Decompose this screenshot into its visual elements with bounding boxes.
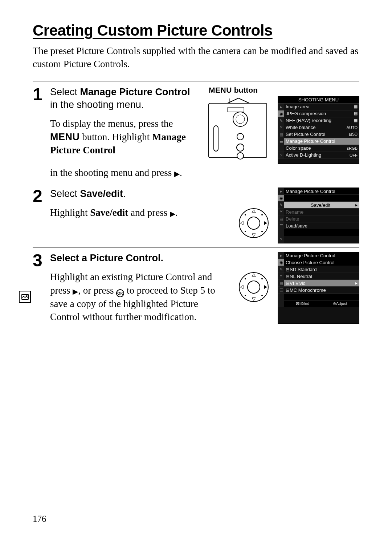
ok-button-icon: OK xyxy=(116,289,124,297)
step-number: 1 xyxy=(33,86,45,179)
svg-point-28 xyxy=(261,295,263,296)
divider xyxy=(33,247,359,247)
svg-point-25 xyxy=(245,278,246,279)
camera-illustration xyxy=(206,97,271,164)
lcd-row: Set Picture Control⊟SD xyxy=(284,131,359,138)
lcd-row: Save/edit▸ xyxy=(284,202,359,209)
lcd-row: Active D-LightingOFF xyxy=(284,152,359,159)
lcd-row: Color spacesRGB xyxy=(284,145,359,152)
svg-point-10 xyxy=(248,217,260,229)
step-note-cont: in the shooting menu and press ▶. xyxy=(50,166,359,179)
lcd-row: Load/save xyxy=(284,222,359,229)
lcd3-rows: ⊟SD Standard⊟NL Neutral⊟VI Vivid▸⊟MC Mon… xyxy=(284,266,359,294)
right-triangle-icon: ▶ xyxy=(73,287,78,297)
lcd-row: ⊟VI Vivid▸ xyxy=(284,280,359,287)
svg-point-26 xyxy=(261,278,263,279)
lcd-row: Delete xyxy=(284,215,359,222)
menu-button-callout: MENU button xyxy=(206,86,258,94)
svg-rect-1 xyxy=(228,108,244,112)
svg-point-18 xyxy=(261,231,263,232)
page-number: 176 xyxy=(33,514,46,524)
svg-point-30 xyxy=(26,295,27,296)
section-tab-icon xyxy=(19,291,31,303)
right-triangle-icon: ▶ xyxy=(170,209,175,219)
step-note-partial: To display the menus, press the MENU but… xyxy=(50,117,199,157)
multiselector-illustration xyxy=(237,206,271,241)
lcd-tab-icons: ▸◉✎Y▤☰? xyxy=(278,188,284,243)
svg-point-6 xyxy=(237,153,244,159)
intro-paragraph: The preset Picture Controls supplied wit… xyxy=(33,44,359,71)
svg-point-16 xyxy=(261,214,263,215)
svg-point-15 xyxy=(245,214,246,215)
lcd-title: SHOOTING MENU xyxy=(278,96,359,104)
step-1: 1 Select Manage Picture Control in the s… xyxy=(33,86,359,179)
right-triangle-icon: ▶ xyxy=(174,169,180,179)
step-note: Highlight an existing Picture Control an… xyxy=(50,270,230,323)
lcd-row: JPEG compression▤ xyxy=(284,110,359,117)
lcd-manage-picture-control: ▸◉✎Y▤☰? Manage Picture Control Save/edit… xyxy=(278,188,359,243)
step-number: 2 xyxy=(33,188,45,243)
multiselector-illustration xyxy=(237,270,271,305)
lcd-row: ⊟NL Neutral xyxy=(284,273,359,280)
step-2: 2 Select Save/edit. Highlight Save/edit … xyxy=(33,188,359,243)
svg-point-27 xyxy=(245,295,246,296)
step-heading: Select Manage Picture Control in the sho… xyxy=(50,86,199,111)
svg-rect-7 xyxy=(214,126,218,151)
lcd-shooting-menu: SHOOTING MENU ▸◉✎Y▤☰? Image area▦JPEG co… xyxy=(278,96,359,164)
divider xyxy=(33,81,359,81)
svg-point-3 xyxy=(236,115,245,124)
svg-point-17 xyxy=(245,231,246,232)
divider xyxy=(33,183,359,183)
step-note: Highlight Save/edit and press ▶. xyxy=(50,206,230,219)
step-heading: Select a Picture Control. xyxy=(50,252,230,265)
step-3: 3 Select a Picture Control. Highlight an… xyxy=(33,252,359,323)
lcd-choose-picture-control: ▸◉✎Y▤☰ Manage Picture Control Choose Pic… xyxy=(278,252,359,323)
step-number: 3 xyxy=(33,252,45,323)
lcd-row: Rename xyxy=(284,209,359,215)
step-heading: Select Save/edit. xyxy=(50,188,230,200)
lcd-tab-icons: ▸◉✎Y▤☰ xyxy=(278,252,284,307)
page-title: Creating Custom Picture Controls xyxy=(33,22,359,39)
lcd-row: NEF (RAW) recording▦ xyxy=(284,117,359,124)
lcd-row: White balanceAUTO xyxy=(284,124,359,131)
lcd2-rows: Save/edit▸RenameDeleteLoad/save xyxy=(284,202,359,229)
lcd-footer: ⊠⍰Grid⊙Adjust xyxy=(284,301,359,307)
lcd-row: Manage Picture Control-- xyxy=(284,138,359,145)
lcd1-rows: Image area▦JPEG compression▤NEF (RAW) re… xyxy=(284,104,359,159)
lcd-row: Image area▦ xyxy=(284,104,359,110)
lcd-row: ⊟SD Standard xyxy=(284,266,359,273)
svg-point-5 xyxy=(237,144,244,151)
svg-point-20 xyxy=(248,281,260,293)
lcd-row: ⊟MC Monochrome xyxy=(284,287,359,294)
svg-point-4 xyxy=(237,133,244,140)
lcd-tab-icons: ▸◉✎Y▤☰? xyxy=(278,104,284,159)
